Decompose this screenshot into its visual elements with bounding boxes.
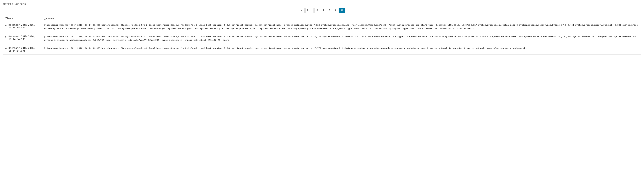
field-value: 0.001 bbox=[614, 24, 622, 26]
row-header: ▶December 20th 2016, 16:14:05.003@timest… bbox=[3, 23, 641, 31]
field-value: metricsets bbox=[112, 39, 127, 41]
field-key: metricset.rtt: bbox=[294, 47, 312, 49]
field-key: system.network.in.packets: bbox=[445, 35, 478, 38]
field-value: 5.0.0 bbox=[223, 47, 232, 49]
pagination-page-9[interactable]: 9 bbox=[333, 8, 338, 13]
field-value: 17,342,464 bbox=[560, 24, 575, 26]
field-key: @timestamp: bbox=[44, 35, 58, 38]
row-header: ▶December 20th 2016, 16:14:04.996@timest… bbox=[3, 46, 641, 53]
field-value: December 11th 2016, 16:07:33.517 bbox=[435, 24, 478, 26]
field-value: 10,777 bbox=[312, 35, 322, 38]
field-value: Staceys-MacBook-Pro-2.local bbox=[169, 35, 206, 38]
field-value: AVkeFYna7AfJpAmtpVHO bbox=[132, 39, 160, 41]
field-value: Staceys-MacBook-Pro-2.local bbox=[169, 47, 206, 49]
field-key: metricset.module: bbox=[232, 24, 253, 26]
field-value: - bbox=[472, 27, 474, 30]
field-value: - bbox=[230, 39, 233, 41]
field-key: beat.name: bbox=[156, 35, 169, 38]
field-value: system bbox=[254, 24, 264, 26]
field-key: system.process.pgid: bbox=[168, 27, 194, 30]
field-key: type: bbox=[347, 27, 353, 30]
field-key: metricset.rtt: bbox=[294, 24, 312, 26]
pagination-prev[interactable]: « bbox=[299, 8, 304, 13]
pagination-page-7[interactable]: 7 bbox=[321, 8, 326, 13]
field-key: _type: bbox=[402, 27, 409, 30]
field-value: 0 bbox=[64, 27, 68, 30]
field-value: 588 bbox=[607, 35, 614, 38]
pagination-page-8[interactable]: 8 bbox=[327, 8, 332, 13]
field-value: 0 bbox=[390, 47, 394, 49]
expand-arrow[interactable]: ▶ bbox=[6, 35, 8, 38]
pagination-ellipsis[interactable]: 1... bbox=[305, 8, 314, 13]
row-time: December 20th 2016, 16:14:04.996 bbox=[8, 47, 44, 52]
row-header: ▶December 20th 2016, 16:14:04.996@timest… bbox=[3, 34, 641, 43]
field-key: metricset.rtt: bbox=[294, 35, 312, 38]
field-key: system.network.out.packets: bbox=[57, 39, 91, 41]
pagination-page-10[interactable]: 10 bbox=[339, 8, 345, 13]
field-value: Staceys-MacBook-Pro-2.local bbox=[169, 24, 206, 26]
main-container: Metric Searchs « 1... 6 7 8 9 10 Time ▾ … bbox=[0, 0, 644, 178]
row-time: December 20th 2016, 16:14:04.996 bbox=[8, 35, 44, 40]
column-source-header: _source bbox=[44, 17, 638, 20]
field-value: 5.0.0 bbox=[223, 35, 232, 38]
field-key: beat.version: bbox=[206, 24, 223, 26]
field-value: 0 bbox=[426, 47, 430, 49]
field-value: Staceys-MacBook-Pro-2.local bbox=[119, 47, 156, 49]
expand-arrow[interactable]: ▶ bbox=[6, 24, 8, 26]
sort-icon[interactable]: ▾ bbox=[12, 17, 13, 19]
field-key: beat.version: bbox=[206, 47, 223, 49]
field-value: en0 bbox=[518, 35, 524, 38]
field-key: system.process.username: bbox=[298, 27, 329, 30]
results-list: ▶December 20th 2016, 16:14:05.003@timest… bbox=[3, 21, 641, 55]
row-source: @timestamp: December 20th 2016, 16:14:05… bbox=[44, 23, 638, 30]
field-value: process bbox=[283, 24, 294, 26]
field-value: 348 bbox=[224, 27, 230, 30]
field-value: /usr/libexec/UserEventAgent (Aqua) bbox=[350, 24, 396, 26]
field-key: system.process.memory.rss.bytes: bbox=[519, 24, 560, 26]
field-value: 10,777 bbox=[312, 47, 322, 49]
field-key: system.network.in.bytes: bbox=[322, 35, 353, 38]
pagination-page-6[interactable]: 6 bbox=[314, 8, 320, 13]
field-key: metricset.module: bbox=[232, 47, 253, 49]
column-time-header: Time ▾ bbox=[6, 17, 44, 20]
field-value: network bbox=[283, 35, 294, 38]
field-value: 274,132,373 bbox=[556, 35, 573, 38]
field-key: _type: bbox=[160, 39, 168, 41]
field-key: system.network.in.bytes: bbox=[322, 47, 353, 49]
field-key: system.network.out.bytes: bbox=[524, 35, 556, 38]
page-title: Metric Searchs bbox=[3, 2, 641, 5]
field-key: system.process.cpu.total_pct: bbox=[478, 24, 515, 26]
field-value: 2,392,760 bbox=[91, 39, 106, 41]
field-key: system.network.name: bbox=[467, 47, 492, 49]
field-key: system.network.in.errors: bbox=[394, 47, 426, 49]
field-value: 2,603,417,600 bbox=[103, 27, 122, 30]
field-value: Staceys-MacBook-Pro-2.local bbox=[119, 24, 156, 26]
field-key: @timestamp: bbox=[44, 47, 58, 49]
field-value: 3,517,882,704 bbox=[353, 35, 372, 38]
field-value: metricbeat-2016.12.20 bbox=[434, 27, 463, 30]
field-key: beat.hostname: bbox=[102, 47, 119, 49]
field-value: p2p0 bbox=[492, 47, 500, 49]
field-value: metricsets bbox=[353, 27, 368, 30]
table-row: ▶December 20th 2016, 16:14:04.996@timest… bbox=[3, 44, 641, 55]
field-key: metricset.module: bbox=[232, 35, 253, 38]
field-value: December 20th 2016, 16:14:04.996 bbox=[58, 35, 102, 38]
field-value: 348 bbox=[194, 27, 200, 30]
field-value: 0 bbox=[53, 39, 57, 41]
field-key: beat.name: bbox=[156, 47, 169, 49]
field-key: beat.hostname: bbox=[102, 35, 119, 38]
field-value: metricsets bbox=[409, 27, 424, 30]
table-row: ▶December 20th 2016, 16:14:05.003@timest… bbox=[3, 21, 641, 33]
field-key: metricset.name: bbox=[264, 35, 283, 38]
field-key: beat.version: bbox=[206, 35, 223, 38]
field-key: _index: bbox=[424, 27, 434, 30]
field-key: system.process.pid: bbox=[200, 27, 224, 30]
expand-arrow[interactable]: ▶ bbox=[6, 47, 8, 50]
field-key: system.process.ppid: bbox=[230, 27, 256, 30]
field-key: system.process.memory.size: bbox=[68, 27, 103, 30]
field-key: system.process.cpu.start_time: bbox=[396, 24, 435, 26]
field-key: system.process.name: bbox=[122, 27, 148, 30]
field-value: 0 bbox=[441, 35, 445, 38]
field-value: 0 bbox=[515, 24, 519, 26]
field-key: system.network.in.dropped: bbox=[372, 35, 406, 38]
